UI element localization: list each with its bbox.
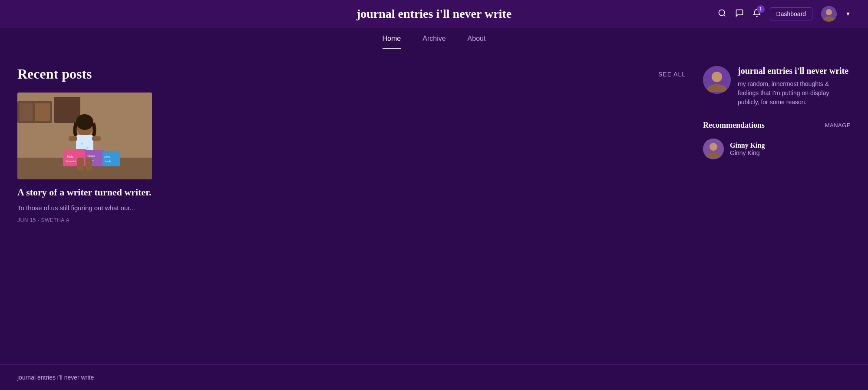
svg-rect-10 (54, 97, 80, 123)
svg-text:Disney: Disney (104, 155, 111, 158)
post-card[interactable]: ★ ★ Kids Artworks Princess Stories (17, 93, 165, 223)
rec-name: Ginny King (730, 142, 765, 149)
svg-rect-28 (86, 158, 92, 171)
svg-text:★: ★ (86, 146, 89, 150)
post-image: ★ ★ Kids Artworks Princess Stories (17, 93, 152, 179)
main-content: Recent posts SEE ALL (0, 49, 868, 241)
notification-icon[interactable]: 1 (752, 9, 761, 20)
svg-line-1 (723, 14, 725, 16)
chevron-down-icon: ▼ (845, 11, 851, 17)
main-nav: Home Archive About (0, 28, 868, 49)
blog-avatar (703, 66, 731, 94)
recommendations-title: Recommendations (703, 121, 765, 130)
nav-about[interactable]: About (468, 35, 486, 49)
svg-text:Princess: Princess (87, 155, 96, 157)
nav-home[interactable]: Home (383, 35, 401, 49)
recent-posts-title: Recent posts (17, 66, 92, 82)
post-title[interactable]: A story of a writer turned writer. (17, 186, 165, 199)
post-date: JUN 15 (17, 217, 36, 223)
svg-point-12 (76, 114, 93, 130)
svg-point-0 (719, 10, 724, 15)
svg-point-32 (710, 143, 717, 151)
footer: journal entries i'll never write (0, 364, 868, 390)
notification-badge: 1 (757, 5, 765, 13)
svg-point-30 (712, 72, 722, 82)
post-author-separator: · (38, 217, 41, 223)
recommendation-item[interactable]: Ginny King Ginny King (703, 139, 851, 159)
svg-rect-24 (102, 151, 120, 166)
post-author: SWETHA A (41, 217, 69, 223)
header-right: 1 Dashboard ▼ (718, 6, 851, 22)
svg-text:Kids: Kids (67, 155, 73, 158)
content-right: journal entries i'll never write my rand… (703, 66, 851, 223)
svg-point-3 (826, 9, 832, 15)
recommendations-section: Recommendations MANAGE (703, 121, 851, 130)
message-icon[interactable] (735, 9, 744, 20)
post-excerpt: To those of us still figuring out what o… (17, 203, 165, 213)
svg-rect-9 (35, 103, 50, 121)
sidebar-blog-info: journal entries i'll never write my rand… (703, 66, 851, 107)
search-icon[interactable] (718, 9, 726, 20)
footer-text: journal entries i'll never write (17, 374, 94, 381)
sidebar-blog-desc: my random, innermost thoughts & feelings… (738, 79, 851, 107)
manage-link[interactable]: MANAGE (825, 122, 851, 129)
rec-avatar (703, 139, 724, 159)
svg-rect-8 (20, 103, 33, 121)
rec-info: Ginny King Ginny King (730, 142, 765, 156)
svg-rect-27 (77, 158, 84, 171)
dashboard-button[interactable]: Dashboard (770, 7, 813, 20)
svg-text:Artworks: Artworks (66, 160, 76, 162)
blog-text-info: journal entries i'll never write my rand… (738, 66, 851, 107)
see-all-link[interactable]: SEE ALL (658, 71, 686, 78)
user-avatar[interactable] (821, 6, 837, 22)
svg-rect-16 (69, 136, 77, 141)
header: journal entries i'll never write 1 Dashb… (0, 0, 868, 28)
site-title: journal entries i'll never write (356, 7, 512, 21)
sidebar-blog-title: journal entries i'll never write (738, 66, 851, 76)
svg-rect-17 (92, 136, 101, 141)
svg-text:★: ★ (80, 142, 83, 145)
content-left: Recent posts SEE ALL (17, 66, 686, 223)
nav-archive[interactable]: Archive (422, 35, 446, 49)
rec-handle: Ginny King (730, 149, 765, 156)
section-header: Recent posts SEE ALL (17, 66, 686, 82)
svg-text:Happily: Happily (104, 160, 111, 162)
post-meta: JUN 15 · SWETHA A (17, 217, 165, 223)
